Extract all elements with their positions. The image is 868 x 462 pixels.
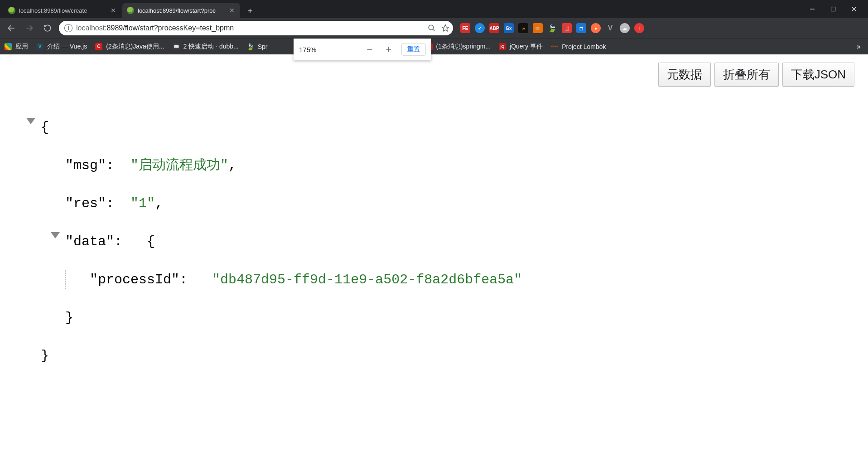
ext-icon[interactable]: ● — [591, 23, 601, 33]
spring-favicon — [8, 7, 15, 14]
close-window-button[interactable] — [844, 0, 864, 18]
browser-toolbar: i localhost:8989/flow/start?processKey=t… — [0, 18, 868, 38]
bookmark-label: (2条消息)Java使用... — [106, 43, 164, 51]
bookmarks-overflow[interactable]: » — [854, 43, 863, 51]
svg-marker-8 — [442, 25, 449, 31]
json-string: "启动流程成功" — [130, 158, 228, 173]
ext-icon[interactable]: ∞ — [518, 23, 528, 33]
forward-button[interactable] — [23, 21, 36, 35]
book-icon: 📖 — [173, 43, 180, 50]
json-string: "1" — [130, 196, 155, 211]
jquery-icon: jQ — [499, 43, 506, 50]
ext-icon[interactable]: V — [605, 23, 615, 33]
metadata-button[interactable]: 元数据 — [658, 63, 711, 87]
browser-tab-1[interactable]: localhost:8989/flow/start?proc ✕ — [122, 3, 240, 18]
bookmark-star-icon[interactable] — [441, 24, 449, 32]
address-bar[interactable]: i localhost:8989/flow/start?processKey=t… — [59, 21, 453, 35]
bookmark-item[interactable]: C (2条消息)Java使用... — [95, 43, 164, 51]
vue-icon: V — [36, 43, 43, 50]
collapse-all-button[interactable]: 折叠所有 — [714, 63, 779, 87]
zoom-indicator-icon[interactable] — [428, 24, 436, 32]
ext-icon[interactable]: ☁ — [620, 23, 630, 33]
ext-icon[interactable]: 📕 — [562, 23, 572, 33]
json-key: "processId" — [90, 272, 179, 287]
new-tab-button[interactable]: ＋ — [244, 4, 256, 17]
ext-icon[interactable]: ✓ — [475, 23, 485, 33]
ext-icon[interactable]: ABP — [489, 23, 499, 33]
ext-icon[interactable]: 🐵 — [533, 23, 543, 33]
apps-grid-icon — [5, 43, 12, 50]
close-tab-icon[interactable]: ✕ — [228, 7, 236, 14]
apps-shortcut[interactable]: 应用 — [5, 43, 28, 51]
bookmark-label: 介绍 — Vue.js — [47, 43, 87, 51]
ext-icon[interactable]: ↑ — [634, 23, 644, 33]
json-string: "db487d95-ff9d-11e9-a502-f8a2d6bfea5a" — [212, 272, 522, 287]
bookmarks-bar: 应用 V 介绍 — Vue.js C (2条消息)Java使用... 📖 2 快… — [0, 38, 868, 54]
spring-icon: 🍃 — [247, 43, 254, 50]
download-json-button[interactable]: 下载JSON — [782, 63, 854, 87]
bookmark-item[interactable]: jQ jQuery 事件 — [499, 43, 543, 51]
ext-icon[interactable]: FE — [460, 23, 470, 33]
reload-button[interactable] — [41, 21, 54, 35]
bookmark-label: 2 快速启动 · dubb... — [183, 43, 239, 51]
csdn-icon: C — [95, 43, 102, 50]
maximize-button[interactable] — [823, 0, 844, 18]
bookmark-item[interactable]: 📖 2 快速启动 · dubb... — [173, 43, 239, 51]
svg-line-7 — [433, 29, 435, 31]
bookmark-label: jQuery 事件 — [510, 43, 543, 51]
bookmark-item[interactable]: C (1条消息)springm... — [425, 43, 491, 51]
tab-strip: localhost:8989/flow/create ✕ localhost:8… — [0, 0, 868, 18]
spring-favicon — [127, 7, 134, 14]
back-button[interactable] — [5, 21, 18, 35]
zoom-reset-button[interactable]: 重置 — [401, 43, 426, 56]
tab-title: localhost:8989/flow/create — [19, 7, 106, 14]
browser-tab-0[interactable]: localhost:8989/flow/create ✕ — [4, 3, 121, 18]
json-key: "msg" — [65, 158, 106, 173]
bookmark-label: Spr — [258, 43, 268, 50]
svg-rect-1 — [831, 7, 835, 11]
json-key: "res" — [65, 196, 106, 211]
zoom-out-button[interactable]: − — [363, 43, 376, 56]
bookmark-item[interactable]: 〰 Project Lombok — [551, 43, 606, 50]
page-content: 元数据 折叠所有 下载JSON { "msg": "启动流程成功", "res"… — [0, 54, 868, 462]
json-key: "data" — [65, 234, 114, 249]
tab-title: localhost:8989/flow/start?proc — [138, 7, 225, 14]
bookmark-item[interactable]: V 介绍 — Vue.js — [36, 43, 87, 51]
site-info-icon[interactable]: i — [64, 24, 72, 32]
url-text: localhost:8989/flow/start?processKey=tes… — [76, 24, 424, 32]
minimize-button[interactable] — [802, 0, 823, 18]
ext-icon[interactable]: ◻ — [576, 23, 586, 33]
ext-icon[interactable]: 🍃 — [547, 23, 557, 33]
bookmark-label: (1条消息)springm... — [436, 43, 491, 51]
bookmark-label: Project Lombok — [562, 43, 606, 50]
json-viewer-toolbar: 元数据 折叠所有 下载JSON — [658, 63, 854, 87]
zoom-in-button[interactable]: + — [382, 43, 395, 56]
svg-point-6 — [429, 25, 434, 30]
lombok-icon: 〰 — [551, 43, 558, 50]
collapse-toggle-icon[interactable] — [51, 232, 60, 238]
json-viewer: { "msg": "启动流程成功", "res": "1", "data": {… — [0, 54, 868, 404]
ext-icon[interactable]: Gx — [504, 23, 514, 33]
extension-icons: FE ✓ ABP Gx ∞ 🐵 🍃 📕 ◻ ● V ☁ ↑ — [460, 23, 644, 33]
window-controls — [802, 0, 864, 18]
bookmark-item[interactable]: 🍃 Spr — [247, 43, 268, 50]
close-tab-icon[interactable]: ✕ — [110, 7, 117, 14]
zoom-value: 175% — [299, 46, 316, 53]
collapse-toggle-icon[interactable] — [26, 118, 35, 124]
zoom-popup: 175% − + 重置 — [294, 39, 431, 60]
